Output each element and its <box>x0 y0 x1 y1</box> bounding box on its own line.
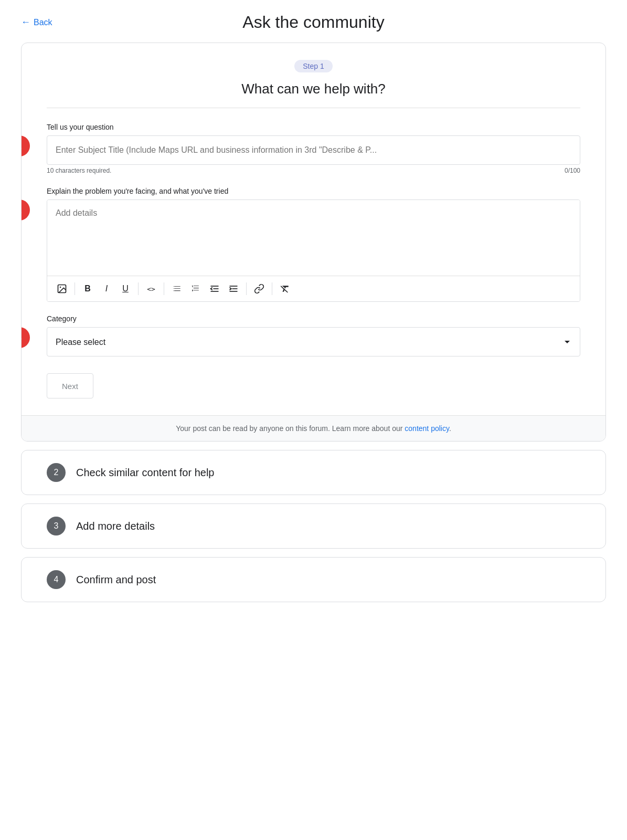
char-count-hint: 0/100 <box>565 167 580 174</box>
back-link[interactable]: ← Back <box>21 17 52 28</box>
page-title: Ask the community <box>21 13 606 32</box>
main-content: Step 1 What can we help with? 1 Tell us … <box>0 43 627 632</box>
section-divider <box>47 108 580 108</box>
toolbar-indent-less-btn[interactable] <box>206 280 223 297</box>
step-badge-container: Step 1 <box>47 60 580 72</box>
input-hints: 10 characters required. 0/100 <box>47 167 580 174</box>
field2-group: 2 Explain the problem you're facing, and… <box>47 187 580 302</box>
card-footer: Your post can be read by anyone on this … <box>22 415 605 441</box>
collapsed-number-3: 3 <box>47 517 66 536</box>
char-requirement-hint: 10 characters required. <box>47 167 111 174</box>
step3-badge: 3 <box>21 327 30 348</box>
toolbar-indent-more-btn[interactable] <box>225 280 242 297</box>
subject-title-input[interactable] <box>47 135 580 165</box>
back-arrow-icon: ← <box>21 17 30 28</box>
collapsed-number-2: 2 <box>47 463 66 482</box>
field3-group: 3 Category Please select <box>47 314 580 356</box>
toolbar-bold-btn[interactable]: B <box>79 280 96 297</box>
collapsed-card-2[interactable]: 2 Check similar content for help <box>21 450 606 495</box>
footer-period: . <box>449 424 451 433</box>
field2-label: Explain the problem you're facing, and w… <box>47 187 580 195</box>
next-button[interactable]: Next <box>47 373 93 398</box>
step2-badge: 2 <box>21 200 30 220</box>
field1-group: 1 Tell us your question 10 characters re… <box>47 123 580 174</box>
toolbar-ol-btn[interactable] <box>187 280 204 297</box>
collapsed-title-4: Confirm and post <box>76 574 156 586</box>
editor-container: B I U <> <box>47 200 580 302</box>
toolbar-sep1 <box>75 282 75 295</box>
toolbar-italic-btn[interactable]: I <box>98 280 115 297</box>
details-textarea[interactable] <box>47 200 580 274</box>
main-card: Step 1 What can we help with? 1 Tell us … <box>21 43 606 442</box>
editor-toolbar: B I U <> <box>47 276 580 301</box>
toolbar-sep5 <box>272 282 272 295</box>
collapsed-sections: 2 Check similar content for help 3 Add m… <box>21 450 606 602</box>
toolbar-underline-btn[interactable]: U <box>117 280 134 297</box>
toolbar-ul-btn[interactable] <box>168 280 185 297</box>
collapsed-card-3[interactable]: 3 Add more details <box>21 503 606 549</box>
step1-badge: 1 <box>21 135 30 156</box>
back-label: Back <box>34 18 52 27</box>
footer-text: Your post can be read by anyone on this … <box>176 424 405 433</box>
toolbar-code-btn[interactable]: <> <box>143 280 160 297</box>
collapsed-title-2: Check similar content for help <box>76 467 214 479</box>
category-select[interactable]: Please select <box>47 327 580 356</box>
toolbar-sep4 <box>246 282 247 295</box>
header: ← Back Ask the community <box>0 0 627 43</box>
collapsed-title-3: Add more details <box>76 520 155 532</box>
step-badge: Step 1 <box>294 60 332 72</box>
content-policy-link[interactable]: content policy <box>405 424 449 433</box>
collapsed-number-4: 4 <box>47 570 66 589</box>
card-body: Step 1 What can we help with? 1 Tell us … <box>22 43 605 415</box>
collapsed-card-4[interactable]: 4 Confirm and post <box>21 557 606 602</box>
toolbar-image-btn[interactable] <box>54 280 70 297</box>
category-label: Category <box>47 314 580 323</box>
toolbar-sep3 <box>164 282 164 295</box>
toolbar-link-btn[interactable] <box>251 280 268 297</box>
field1-label: Tell us your question <box>47 123 580 131</box>
toolbar-clear-format-btn[interactable] <box>277 280 293 297</box>
toolbar-sep2 <box>138 282 139 295</box>
svg-point-1 <box>60 287 61 288</box>
section-title: What can we help with? <box>47 81 580 97</box>
